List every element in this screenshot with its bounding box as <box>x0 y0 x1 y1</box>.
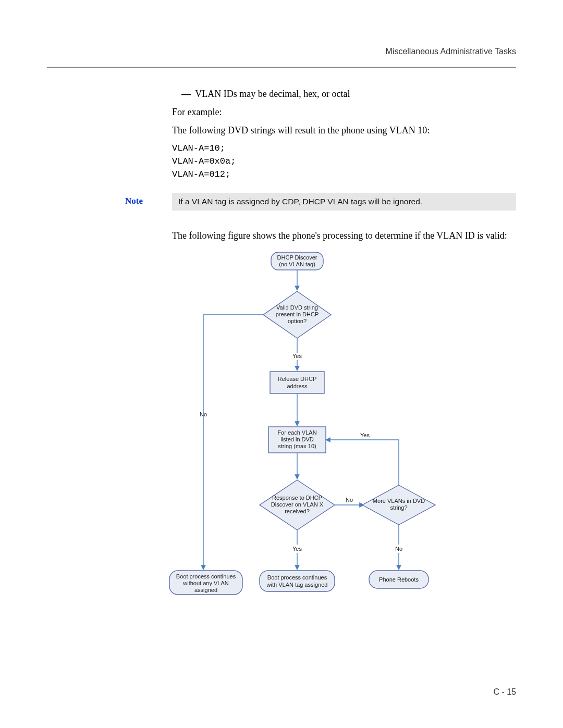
fc-release-dhcp <box>270 372 324 393</box>
fc-t1c: assigned <box>194 587 217 593</box>
fc-r1b: address <box>287 383 308 389</box>
fc-d2-yes: Yes <box>292 546 302 552</box>
fc-d2c: received? <box>285 508 310 514</box>
fc-r1a: Release DHCP <box>278 376 317 382</box>
fc-d3b: string? <box>390 504 407 511</box>
fc-r2b: listed in DVD <box>280 436 314 442</box>
bullet-vlan-ids: — VLAN IDs may be decimal, hex, or octal <box>181 89 511 100</box>
fc-d3-yes: Yes <box>360 432 370 438</box>
fc-r2c: string (max 10) <box>278 443 316 449</box>
header-rule <box>47 67 516 68</box>
main-content: — VLAN IDs may be decimal, hex, or octal… <box>172 89 511 179</box>
page: Miscellaneous Administrative Tasks — VLA… <box>0 0 563 728</box>
fc-d1-no: No <box>200 411 207 417</box>
fc-t1a: Boot process continues <box>176 573 236 579</box>
fc-d1b: present in DHCP <box>276 311 319 317</box>
page-number: C - 15 <box>493 687 516 697</box>
for-example-text: For example: <box>172 107 511 118</box>
fc-d1-yes: Yes <box>292 353 302 359</box>
note-label: Note <box>47 193 172 211</box>
fc-term-boot-with-vlan <box>260 571 335 591</box>
fc-t1b: without any VLAN <box>182 580 228 586</box>
fc-r2a: For each VLAN <box>277 429 316 436</box>
figure-intro-text: The following figure shows the phone's p… <box>172 230 511 241</box>
flowchart-figure: DHCP Discover (no VLAN tag) Valid DVD st… <box>167 250 511 606</box>
fc-d2-no: No <box>346 497 353 503</box>
intro-dvd-text: The following DVD strings will result in… <box>172 125 511 136</box>
code-line-2: VLAN-A=0x0a; <box>172 156 511 166</box>
page-header-title: Miscellaneous Administrative Tasks <box>47 47 516 56</box>
fc-d3a: More VLANs in DVD <box>373 498 425 504</box>
fc-d2b: Discover on VLAN X <box>271 501 324 508</box>
fc-start-text2: (no VLAN tag) <box>279 261 315 267</box>
fc-d1a: Valid DVD string <box>276 304 318 311</box>
fc-d3-no: No <box>395 546 402 552</box>
bullet-text: VLAN IDs may be decimal, hex, or octal <box>195 89 350 99</box>
fc-t2a: Boot process continues <box>267 574 327 581</box>
fc-t3: Phone Reboots <box>379 576 419 583</box>
bullet-dash-icon: — <box>181 89 193 100</box>
code-line-1: VLAN-A=10; <box>172 143 511 153</box>
note-box: If a VLAN tag is assigned by CDP, DHCP V… <box>172 193 516 211</box>
code-line-3: VLAN-A=012; <box>172 169 511 179</box>
fc-t2b: with VLAN tag assigned <box>266 582 328 588</box>
fc-start-text1: DHCP Discover <box>277 254 317 261</box>
fc-d1c: option? <box>288 318 307 324</box>
flowchart-svg: DHCP Discover (no VLAN tag) Valid DVD st… <box>167 250 459 604</box>
note-row: Note If a VLAN tag is assigned by CDP, D… <box>47 193 516 211</box>
figure-intro-block: The following figure shows the phone's p… <box>172 230 511 606</box>
fc-d2a: Response to DHCP <box>272 495 322 501</box>
